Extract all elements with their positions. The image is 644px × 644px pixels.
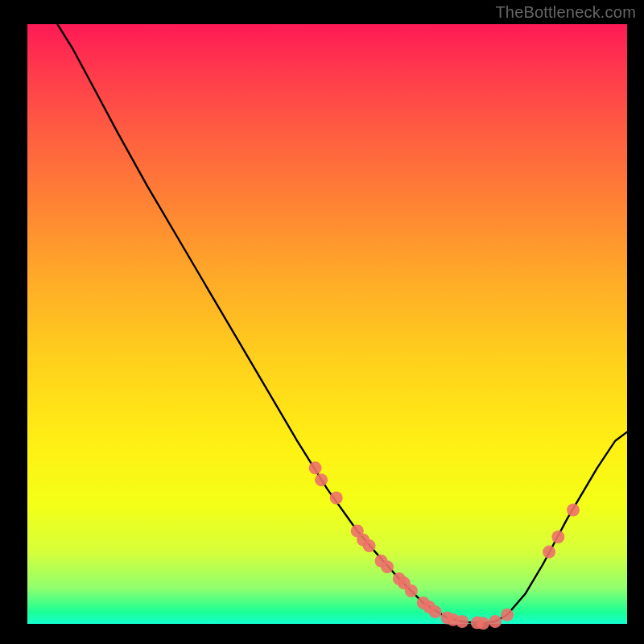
marker-dot bbox=[381, 560, 394, 573]
plot-overlay bbox=[27, 24, 627, 624]
marker-dot bbox=[405, 584, 418, 597]
marker-dot bbox=[489, 615, 502, 628]
marker-dot bbox=[477, 617, 489, 630]
chart-frame: TheBottleneck.com bbox=[0, 0, 644, 644]
marker-dot bbox=[567, 504, 580, 517]
plot-area bbox=[27, 24, 627, 624]
marker-dot bbox=[551, 530, 564, 543]
marker-dot bbox=[501, 609, 514, 621]
marker-dot bbox=[543, 546, 555, 559]
marker-dot bbox=[315, 473, 328, 486]
plot-inner bbox=[27, 24, 627, 624]
marker-dot bbox=[309, 461, 322, 474]
curve-line bbox=[57, 24, 627, 623]
marker-dot bbox=[330, 492, 343, 505]
marker-dot bbox=[363, 539, 376, 552]
marker-dot bbox=[456, 615, 469, 628]
watermark-text: TheBottleneck.com bbox=[495, 3, 636, 22]
marker-dot bbox=[429, 605, 442, 618]
